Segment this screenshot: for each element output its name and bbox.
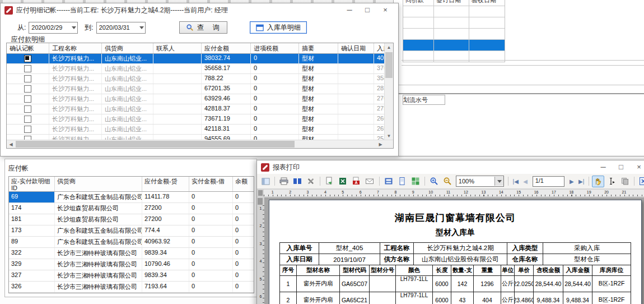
table-row[interactable]: 173 广东合和建筑五金制品有限公司 774.4 0 0 — [9, 225, 254, 237]
export-icon[interactable] — [323, 176, 335, 187]
zoom-out-icon[interactable] — [441, 176, 454, 187]
checkbox[interactable] — [24, 116, 31, 123]
table-row[interactable]: 长沙万科魅力... 山东南山铝业... 63929.46 0 型材 276 — [7, 94, 385, 104]
cell: 窗外开内扇 — [297, 292, 340, 304]
titlebar[interactable]: 报表打印 ─ □ × — [257, 160, 644, 174]
column-header[interactable]: 应付金额 — [202, 43, 251, 53]
table-row[interactable]: 329 长沙市三湘特种玻璃有限公司 10790.46 0 0 — [9, 259, 254, 270]
scroll-up-icon[interactable]: ▲ — [385, 43, 393, 52]
horizontal-scrollbar[interactable]: ◀ ▶ — [7, 140, 393, 148]
chevron-down-icon[interactable] — [494, 177, 503, 186]
checkbox[interactable] — [24, 85, 31, 93]
ruler-handle[interactable] — [258, 198, 263, 205]
close-button[interactable]: × — [376, 3, 394, 17]
table-row[interactable]: 174 长沙坦森贸易有限公司 27200 0 0 — [9, 203, 254, 214]
next-page-button[interactable]: ▶ — [567, 178, 576, 185]
table-row[interactable]: 长沙万科魅力... 山东南山铝业... 35658.17 0 型材 376 — [7, 64, 385, 74]
first-page-button[interactable]: |◀ — [511, 178, 520, 185]
column-header[interactable]: 确认日期 — [338, 43, 374, 53]
ruler-handle[interactable] — [258, 190, 263, 196]
table-row[interactable]: 326 长沙市三湘特种玻璃有限公司 7193.64 0 0 — [9, 282, 254, 293]
column-header[interactable]: 联系人 — [153, 43, 202, 53]
maximize-button[interactable]: □ — [358, 3, 376, 17]
scroll-down-icon[interactable]: ▼ — [385, 132, 393, 140]
column-header[interactable]: 确认记帐 — [7, 43, 49, 53]
excel-export-icon[interactable] — [337, 176, 349, 187]
zoom-in-icon[interactable] — [428, 176, 440, 187]
column-header[interactable]: 工程名称 — [49, 43, 102, 53]
copy-page-icon[interactable] — [619, 176, 631, 187]
zoom-select[interactable]: 100% — [456, 176, 504, 187]
text-select-tool-icon[interactable] — [605, 176, 618, 187]
cell: 公斤 — [501, 292, 515, 304]
checkbox[interactable] — [24, 105, 31, 113]
plan-serial-field[interactable]: 划流水号 — [403, 95, 445, 105]
table-row[interactable]: 长沙万科魅力... 山东南山铝业... 73671.19 0 型材 266 — [7, 114, 385, 125]
close-button[interactable]: × — [630, 160, 644, 174]
scrollbar-thumb[interactable] — [385, 52, 393, 78]
checkbox[interactable] — [24, 126, 31, 133]
column-header[interactable]: 实付金额-借 — [189, 177, 233, 191]
selected-empty-row[interactable] — [403, 39, 505, 50]
titlebar[interactable]: 应付明细记帐------当前工程: 长沙万科魅力之城4.2期------当前用户… — [1, 3, 398, 17]
cell: 28,544.40 — [563, 276, 592, 292]
column-header[interactable]: 供货商 — [55, 177, 142, 191]
checkbox[interactable] — [24, 55, 31, 62]
query-button[interactable]: 查 询 — [179, 21, 227, 34]
table-row[interactable]: 长沙万科魅力... 山东南山铝业... 788.22 0 型材 358 — [7, 74, 385, 84]
table-row[interactable]: 322 长沙市三湘特种玻璃有限公司 9839.34 0 0 — [9, 248, 254, 259]
column-header[interactable]: 余额 — [233, 177, 254, 191]
checkbox[interactable] — [24, 95, 31, 103]
debit-cell: 0 — [189, 270, 233, 281]
prev-page-button[interactable]: ◀ — [521, 178, 529, 185]
page-nav-input[interactable]: 1/1 — [533, 176, 565, 187]
single-page-icon[interactable] — [396, 176, 408, 187]
scroll-left-icon[interactable]: ◀ — [7, 142, 15, 147]
column-header: 序号 — [280, 265, 297, 275]
table-row[interactable]: 327 长沙市三湘特种玻璃有限公司 9839.34 0 0 — [9, 270, 254, 282]
print-preview-area[interactable]: 湖南巨晟门窗幕墙有限公司 型材入库单 入库单号 型材_405 工程名称 长沙万科… — [264, 197, 644, 304]
table-row[interactable]: 长沙万科魅力... 山东南山铝业... 67201.35 0 型材 283 — [7, 84, 385, 94]
checkbox[interactable] — [24, 65, 31, 72]
column-header[interactable]: 供货商 — [102, 43, 153, 53]
multi-page-icon[interactable] — [409, 176, 422, 187]
ruler-number: 17 — [545, 190, 562, 196]
book-icon[interactable] — [291, 176, 304, 187]
print-icon[interactable] — [278, 176, 290, 187]
close-preview-icon[interactable] — [637, 176, 644, 187]
column-header[interactable]: 应-实付款明细ID — [9, 177, 55, 191]
pdf-export-icon[interactable] — [350, 176, 362, 187]
empty-row[interactable] — [403, 17, 505, 28]
panel-toggle-icon[interactable] — [259, 176, 272, 187]
column-header[interactable]: 应付金额-贷 — [142, 177, 189, 191]
table-row[interactable]: 长沙市三湘特种玻璃有限公司 — [9, 293, 254, 293]
column-header[interactable]: 摘要 — [299, 43, 338, 53]
from-date-select[interactable]: 2020/02/29 — [29, 22, 78, 34]
scrollbar-thumb[interactable] — [16, 141, 295, 148]
minimize-button[interactable]: ─ — [340, 3, 358, 17]
hand-tool-icon[interactable] — [592, 176, 604, 187]
table-row[interactable]: 181 长沙坦森贸易有限公司 27200 0 0 — [9, 214, 254, 225]
project-cell: 长沙万科魅力... — [49, 114, 102, 124]
to-date-select[interactable]: 2020/03/31 — [96, 22, 146, 34]
inbound-detail-button[interactable]: 入库单明细 — [250, 21, 307, 34]
last-page-button[interactable]: ▶| — [577, 178, 586, 185]
table-row[interactable]: 长沙万科魅力... 山东南山铝业... 42818.37 0 型材 275 — [7, 104, 385, 114]
maximize-button[interactable]: □ — [612, 160, 630, 174]
vertical-scrollbar[interactable]: ▲ ▼ — [384, 43, 393, 140]
column-header[interactable]: 入库 — [374, 43, 385, 53]
scroll-right-icon[interactable]: ▶ — [376, 142, 385, 147]
table-row[interactable]: 长沙万科魅力... 山东南山铝业... 42118.31 0 型材 265 — [7, 125, 385, 135]
checkbox[interactable] — [24, 75, 31, 82]
tools-icon[interactable] — [305, 176, 317, 187]
project-cell: 长沙万科魅力... — [49, 54, 102, 63]
table-row[interactable]: 长沙万科魅力... 山东南山铝业... 38032.74 0 型材 405 — [7, 54, 385, 64]
page-layout-icon[interactable] — [382, 176, 394, 187]
minimize-button[interactable]: ─ — [594, 160, 612, 174]
mail-icon[interactable] — [363, 176, 376, 187]
table-row[interactable]: 69 广东合和建筑五金制品有限公司 11411.78 0 0 — [9, 192, 254, 203]
table-row[interactable]: 89 广东合和建筑五金制品有限公司 40963.92 0 0 — [9, 237, 254, 248]
column-header[interactable]: 进项税额 — [251, 43, 299, 53]
empty-row[interactable] — [403, 6, 505, 17]
empty-row[interactable] — [403, 28, 505, 39]
